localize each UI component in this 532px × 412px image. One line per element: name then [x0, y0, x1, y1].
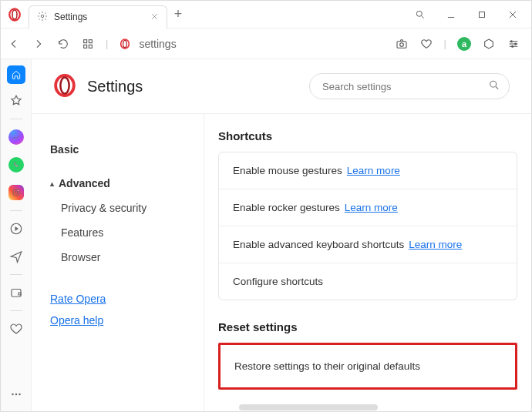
gear-icon	[37, 11, 48, 24]
section-reset-title: Reset settings	[218, 320, 517, 333]
svg-point-3	[416, 11, 422, 16]
settings-main: Shortcuts Enable mouse gestures Learn mo…	[204, 114, 531, 411]
nav-basic[interactable]: Basic	[50, 137, 190, 162]
learn-more-link[interactable]: Learn more	[409, 239, 462, 250]
maximize-button[interactable]	[468, 4, 496, 25]
svg-point-12	[399, 42, 403, 46]
sidebar-player-icon[interactable]	[5, 218, 27, 239]
speed-dial-button[interactable]	[81, 37, 95, 51]
restore-defaults-label: Restore settings to their original defau…	[234, 360, 420, 372]
sidebar-separator	[10, 310, 22, 311]
heart-button[interactable]	[419, 37, 433, 51]
section-shortcuts-title: Shortcuts	[218, 129, 517, 142]
row-configure-shortcuts-label: Configure shortcuts	[233, 276, 323, 287]
address-text[interactable]: settings	[139, 38, 176, 50]
opera-logo-icon	[1, 8, 29, 22]
settings-nav: Basic Advanced Privacy & security Featur…	[32, 114, 204, 411]
sidebar-bookmarks-icon[interactable]	[5, 90, 27, 112]
svg-point-26	[490, 81, 497, 87]
svg-rect-5	[84, 39, 87, 42]
sidebar-separator	[10, 119, 22, 119]
svg-point-10	[123, 40, 127, 47]
row-mouse-gestures-label: Enable mouse gestures	[233, 165, 342, 176]
snapshot-button[interactable]	[395, 37, 409, 51]
opera-url-icon	[119, 38, 131, 50]
nav-features[interactable]: Features	[50, 220, 190, 245]
horizontal-scrollbar[interactable]	[239, 404, 378, 410]
sidebar-home-icon[interactable]	[7, 65, 25, 84]
svg-point-18	[18, 190, 19, 191]
minimize-button[interactable]	[437, 4, 465, 25]
sidebar-whatsapp-icon[interactable]	[5, 154, 27, 176]
page-title: Settings	[87, 78, 143, 95]
address-bar: | settings | a	[1, 28, 531, 59]
extensions-button[interactable]	[482, 37, 496, 51]
browser-tab[interactable]: Settings	[29, 5, 167, 28]
svg-rect-8	[89, 45, 92, 48]
titlebar: Settings +	[1, 1, 531, 28]
tab-close-button[interactable]	[150, 11, 159, 23]
row-configure-shortcuts[interactable]: Configure shortcuts	[219, 263, 517, 300]
svg-point-13	[510, 40, 512, 42]
svg-point-22	[15, 394, 16, 395]
search-button[interactable]	[406, 4, 434, 25]
shortcuts-card: Enable mouse gestures Learn more Enable …	[218, 152, 517, 300]
easy-setup-button[interactable]	[507, 37, 520, 51]
restore-defaults-row[interactable]: Restore settings to their original defau…	[218, 343, 517, 390]
adblocker-badge[interactable]: a	[457, 37, 471, 51]
sidebar-messenger-icon[interactable]	[5, 126, 27, 148]
search-settings-input[interactable]	[309, 73, 510, 99]
sidebar-heart-icon[interactable]	[5, 318, 27, 340]
svg-point-14	[515, 43, 517, 45]
svg-point-25	[60, 77, 69, 93]
nav-privacy-security[interactable]: Privacy & security	[50, 196, 190, 220]
learn-more-link[interactable]: Learn more	[345, 202, 398, 213]
svg-rect-4	[480, 12, 485, 17]
svg-point-17	[15, 191, 18, 194]
sidebar-send-icon[interactable]	[5, 246, 27, 267]
search-icon	[488, 79, 500, 94]
sidebar-instagram-icon[interactable]	[5, 182, 27, 203]
page-header: Settings	[32, 59, 531, 114]
sidebar-more-icon[interactable]	[5, 384, 27, 405]
forward-button[interactable]	[32, 37, 45, 51]
svg-point-23	[19, 394, 20, 395]
sidebar-separator	[10, 274, 22, 275]
svg-point-1	[12, 10, 17, 19]
svg-point-15	[512, 45, 513, 47]
close-window-button[interactable]	[499, 4, 527, 25]
learn-more-link[interactable]: Learn more	[347, 165, 400, 176]
svg-point-2	[41, 15, 44, 18]
new-tab-button[interactable]: +	[167, 6, 189, 22]
window-controls	[406, 4, 531, 25]
nav-advanced[interactable]: Advanced	[50, 171, 190, 196]
row-mouse-gestures[interactable]: Enable mouse gestures Learn more	[219, 152, 517, 189]
opera-logo-icon	[53, 74, 76, 99]
back-button[interactable]	[7, 37, 21, 51]
reload-button[interactable]	[56, 37, 70, 51]
tab-title: Settings	[54, 12, 144, 22]
row-rocker-gestures-label: Enable rocker gestures	[233, 202, 340, 213]
nav-opera-help[interactable]: Opera help	[50, 310, 190, 331]
sidebar-separator	[10, 210, 22, 211]
svg-rect-7	[84, 45, 87, 48]
sidebar-wallet-icon[interactable]	[5, 282, 27, 303]
svg-rect-11	[397, 41, 406, 48]
nav-rate-opera[interactable]: Rate Opera	[50, 288, 190, 310]
sidebar-rail	[1, 59, 32, 411]
row-keyboard-shortcuts[interactable]: Enable advanced keyboard shortcuts Learn…	[219, 226, 517, 263]
row-rocker-gestures[interactable]: Enable rocker gestures Learn more	[219, 189, 517, 226]
nav-advanced-label: Advanced	[59, 177, 110, 189]
svg-point-24	[56, 75, 74, 95]
nav-browser[interactable]: Browser	[50, 245, 190, 270]
row-keyboard-shortcuts-label: Enable advanced keyboard shortcuts	[233, 239, 404, 250]
svg-rect-6	[89, 39, 92, 42]
svg-point-21	[12, 394, 13, 395]
